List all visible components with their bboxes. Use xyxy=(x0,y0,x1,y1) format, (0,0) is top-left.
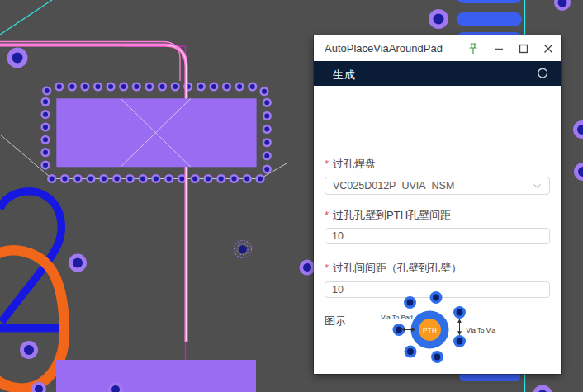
via-to-pth-input[interactable] xyxy=(325,228,550,244)
generate-label: 生成 xyxy=(333,68,356,83)
via-placement-illustration: PTH Via To Pad Via To Via xyxy=(314,283,561,374)
chevron-down-icon xyxy=(533,183,542,189)
pth-pad: PTH xyxy=(411,311,449,349)
pin-icon[interactable] xyxy=(466,41,481,56)
pcb-traces xyxy=(0,42,187,361)
pcb-editor-screen: AutoPlaceViaAroundPad xyxy=(0,0,583,392)
via-pad-select[interactable]: VC025D012P_UVIA_NSM xyxy=(325,177,550,195)
trace-magenta-thin xyxy=(124,46,186,360)
via-pad-select-value: VC025D012P_UVIA_NSM xyxy=(333,180,454,191)
dialog-section-header: 生成 xyxy=(314,61,561,86)
purple-pad-rect-bottom xyxy=(56,360,256,392)
field-label-via-to-pth: *过孔孔壁到PTH孔壁间距 xyxy=(325,208,451,223)
refresh-icon[interactable] xyxy=(536,67,549,80)
required-mark: * xyxy=(325,158,329,170)
field-label-via-to-via: *过孔间间距（孔壁到孔壁） xyxy=(325,261,462,276)
purple-pad-rect xyxy=(56,98,256,167)
dialog-title: AutoPlaceViaAroundPad xyxy=(325,42,443,54)
maximize-icon[interactable] xyxy=(516,41,531,56)
minimize-icon[interactable] xyxy=(491,41,506,56)
dialog-titlebar[interactable]: AutoPlaceViaAroundPad xyxy=(314,35,561,61)
via-to-via-label: Via To Via xyxy=(467,327,496,334)
required-mark: * xyxy=(325,209,329,221)
required-mark: * xyxy=(325,262,329,274)
cyan-guide-diagonal xyxy=(0,0,52,35)
via-to-pad-label: Via To Pad xyxy=(381,314,412,321)
autoplace-via-dialog: AutoPlaceViaAroundPad xyxy=(314,35,561,374)
pth-label: PTH xyxy=(423,327,437,334)
close-icon[interactable] xyxy=(541,41,556,56)
silkscreen-ring-orange xyxy=(0,250,64,388)
dotted-via xyxy=(235,241,252,258)
dialog-body: *过孔焊盘 VC025D012P_UVIA_NSM *过孔孔壁到PTH孔壁间距 … xyxy=(314,86,561,374)
field-label-via-pad: *过孔焊盘 xyxy=(325,157,376,172)
